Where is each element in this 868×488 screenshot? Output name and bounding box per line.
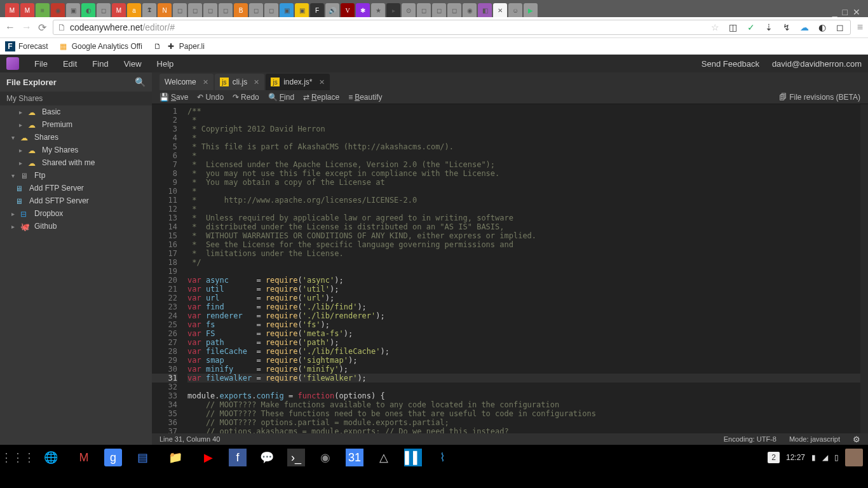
browser-tab[interactable]: ◧ <box>478 3 492 17</box>
browser-tab[interactable]: ▶ <box>524 3 538 17</box>
redo-button[interactable]: ↷Redo <box>233 93 259 102</box>
browser-tab[interactable]: M <box>112 3 126 17</box>
app-logo-icon[interactable] <box>6 57 19 70</box>
browser-tab[interactable]: ★ <box>371 3 385 17</box>
bookmark-item[interactable]: ▦ Google Analytics Offi <box>58 41 142 51</box>
ext-icon[interactable]: ✓ <box>745 21 757 34</box>
find-button[interactable]: 🔍Find <box>268 93 294 102</box>
menu-view[interactable]: View <box>116 59 149 69</box>
browser-tab-active[interactable]: ✕ <box>493 3 507 17</box>
back-icon[interactable]: ← <box>5 22 15 33</box>
browser-tab[interactable]: ◻ <box>264 3 278 17</box>
notification-badge[interactable]: 2 <box>768 452 780 463</box>
close-icon[interactable]: ✕ <box>254 78 259 86</box>
browser-tab[interactable]: ◻ <box>432 3 446 17</box>
send-feedback-link[interactable]: Send Feedback <box>702 59 759 69</box>
apps-icon[interactable]: ⋮⋮⋮ <box>5 445 31 470</box>
star-icon[interactable]: ☆ <box>709 21 722 34</box>
browser-tab[interactable]: F <box>310 3 324 17</box>
status-encoding[interactable]: Encoding: UTF-8 <box>724 435 776 443</box>
browser-tab[interactable]: ◻ <box>447 3 461 17</box>
docs-icon[interactable]: ▤ <box>130 445 155 470</box>
maximize-icon[interactable]: □ <box>843 7 848 17</box>
ext-icon[interactable]: ↯ <box>780 21 793 34</box>
wifi-icon[interactable]: ◢ <box>822 453 828 462</box>
beautify-button[interactable]: ≡Beautify <box>348 93 382 102</box>
save-button[interactable]: 💾Save <box>159 93 188 102</box>
add-ftp-server[interactable]: 🖥Add FTP Server <box>0 182 152 194</box>
ext-icon[interactable]: ⇣ <box>763 21 775 34</box>
user-email[interactable]: david@davidherron.com <box>772 59 862 69</box>
minimize-icon[interactable]: _ <box>832 7 837 17</box>
battery-icon[interactable]: ▯ <box>834 453 839 462</box>
browser-tab[interactable]: ▣ <box>280 3 294 17</box>
section-shares[interactable]: ▾☁Shares <box>0 131 152 144</box>
close-icon[interactable]: ✕ <box>319 78 325 86</box>
browser-tab[interactable]: ▣ <box>66 3 80 17</box>
scrollbar-vertical[interactable] <box>860 104 868 433</box>
menu-file[interactable]: File <box>27 59 55 69</box>
bookmark-item[interactable]: 🗋 ✚ Paper.li <box>153 41 205 51</box>
section-ftp[interactable]: ▾🖥Ftp <box>0 169 152 182</box>
browser-tab[interactable]: ◻ <box>249 3 263 17</box>
browser-tab[interactable]: ◻ <box>417 3 431 17</box>
tree-item[interactable]: ▸☁My Shares <box>0 144 152 156</box>
browser-tab[interactable]: M <box>20 3 34 17</box>
browser-tab[interactable]: ⊙ <box>402 3 416 17</box>
editor-tab-index[interactable]: js index.js* ✕ <box>266 74 329 90</box>
browser-tab[interactable]: M <box>5 3 19 17</box>
browser-tab[interactable]: N <box>158 3 172 17</box>
drive-icon[interactable]: △ <box>371 445 397 470</box>
browser-tab[interactable]: a <box>127 3 141 17</box>
tree-item[interactable]: ▸☁Shared with me <box>0 156 152 169</box>
gmail-icon[interactable]: M <box>71 445 97 470</box>
bars-icon[interactable]: ▮ <box>811 453 816 462</box>
avatar[interactable] <box>845 449 863 466</box>
bookmark-item[interactable]: F Forecast <box>5 41 48 51</box>
reload-icon[interactable]: ⟳ <box>38 22 46 34</box>
code-editor[interactable]: 1234567891011121314151617181920212223242… <box>152 104 868 433</box>
browser-tab[interactable]: ◉ <box>463 3 477 17</box>
add-sftp-server[interactable]: 🖥Add SFTP Server <box>0 194 152 207</box>
browser-tab[interactable]: ◉ <box>51 3 65 17</box>
browser-tab[interactable]: ◐ <box>81 3 95 17</box>
browser-tab[interactable]: ▣ <box>295 3 309 17</box>
close-window-icon[interactable]: ✕ <box>853 7 860 17</box>
section-dropbox[interactable]: ▸⊟Dropbox <box>0 207 152 220</box>
close-icon[interactable]: ✕ <box>203 78 208 86</box>
tree-item[interactable]: ▸☁Basic <box>0 105 152 118</box>
menu-edit[interactable]: Edit <box>55 59 85 69</box>
forward-icon[interactable]: → <box>22 22 32 33</box>
tree-item[interactable]: ▸☁Premium <box>0 118 152 131</box>
browser-tab[interactable]: ◻ <box>219 3 233 17</box>
code-content[interactable]: /** * * Copyright 2012 David Herron * * … <box>182 104 860 433</box>
menu-find[interactable]: Find <box>85 59 116 69</box>
calendar-icon[interactable]: 31 <box>346 449 363 466</box>
terminal-icon[interactable]: ›_ <box>287 449 305 466</box>
browser-tab[interactable]: ◻ <box>188 3 202 17</box>
chat-icon[interactable]: 💬 <box>254 445 280 470</box>
gear-icon[interactable]: ⚙ <box>853 435 860 444</box>
rss-icon[interactable]: ⌇ <box>430 445 455 470</box>
google-icon[interactable]: g <box>104 449 122 466</box>
browser-tab[interactable]: ✱ <box>356 3 370 17</box>
editor-tab-cli[interactable]: js cli.js ✕ <box>215 74 264 90</box>
clock[interactable]: 12:27 <box>786 453 805 462</box>
status-mode[interactable]: Mode: javascript <box>789 435 840 443</box>
ext-icon[interactable]: ◐ <box>816 21 829 34</box>
files-icon[interactable]: 📁 <box>163 445 188 470</box>
delicious-icon[interactable]: ◫ <box>727 21 740 34</box>
ext-icon[interactable]: ☁ <box>798 21 811 34</box>
address-bar[interactable]: 🗋 codeanywhere.net/editor/# ☆ ◫ ✓ ⇣ ↯ ☁ … <box>53 20 851 35</box>
browser-tab[interactable]: B <box>234 3 248 17</box>
search-icon[interactable]: 🔍 <box>135 77 146 87</box>
replace-button[interactable]: ⇄Replace <box>303 93 339 102</box>
camera-icon[interactable]: ◉ <box>313 445 338 470</box>
youtube-icon[interactable]: ▶ <box>196 445 221 470</box>
browser-tab[interactable]: 🔊 <box>325 3 339 17</box>
browser-tab[interactable]: ◻ <box>203 3 217 17</box>
editor-tab-welcome[interactable]: Welcome ✕ <box>159 74 214 90</box>
file-revisions-link[interactable]: File revisions (BETA) <box>789 93 860 102</box>
browser-tab[interactable]: ≡ <box>36 3 50 17</box>
menu-help[interactable]: Help <box>149 59 182 69</box>
